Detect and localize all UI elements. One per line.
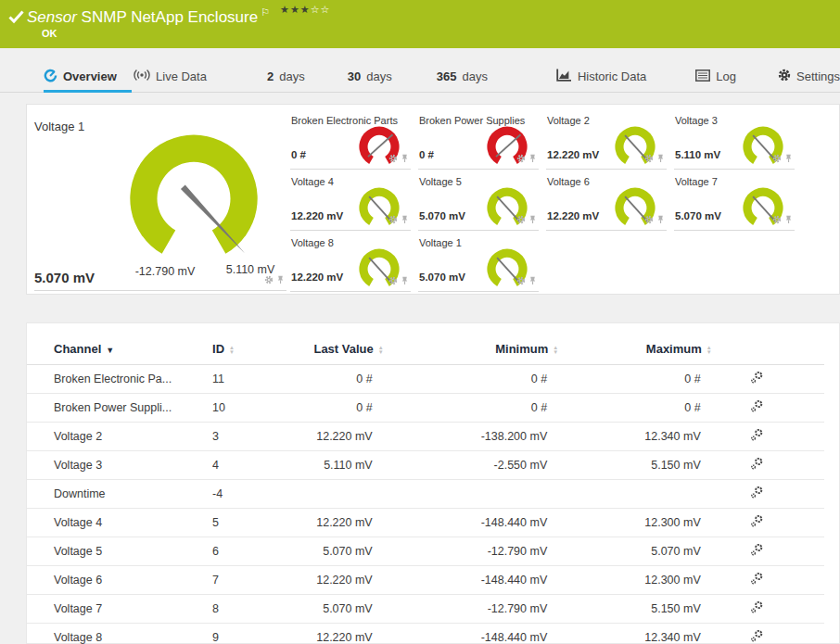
gauge-icon [44, 69, 57, 85]
channels-table: Channel▼ ID▲▼ Last Value▲▼ Minimum▲▼ Max… [27, 336, 824, 644]
tab-historic-data[interactable]: Historic Data [556, 61, 646, 92]
tab-label: days [279, 69, 304, 83]
gear-icon[interactable] [388, 211, 398, 228]
table-row[interactable]: Voltage 3 4 5.110 mV -2.550 mV 5.150 mV [27, 451, 824, 480]
column-header-minimum[interactable]: Minimum▲▼ [389, 336, 565, 365]
pin-icon[interactable] [401, 211, 409, 228]
gauge-tile[interactable]: Voltage 8 12.220 mV [290, 234, 411, 292]
gear-icon[interactable] [644, 211, 654, 228]
table-row[interactable]: Broken Electronic Pa... 11 0 # 0 # 0 # [27, 365, 824, 394]
pin-icon[interactable] [276, 271, 285, 288]
star-empty-icon[interactable]: ☆ [311, 4, 321, 15]
pin-icon[interactable] [656, 150, 665, 167]
gauge-value: 0 # [419, 149, 434, 160]
gauge-tile[interactable]: Voltage 4 12.220 mV [290, 173, 411, 231]
channel-last-value: 5.070 mV [310, 537, 389, 566]
tab-365-days[interactable]: 365 days [437, 61, 488, 92]
gauge-tile[interactable]: Voltage 7 5.070 mV [674, 173, 795, 231]
channel-minimum: -148.440 mV [389, 566, 565, 595]
tab-settings[interactable]: Settings [778, 61, 840, 92]
tab-live-data[interactable]: Live Data [134, 61, 221, 92]
gauge-title: Voltage 2 [547, 115, 590, 126]
channel-minimum: -138.200 mV [389, 423, 565, 451]
gear-icon[interactable] [516, 211, 526, 228]
gauge-value: 12.220 mV [291, 210, 343, 221]
gauge-tile-primary[interactable]: Voltage 1 -12.790 mV 5.110 mV 5.070 mV [34, 112, 286, 291]
channel-settings-icon[interactable] [750, 543, 764, 560]
tab-label: Live Data [156, 69, 207, 83]
gauge-tile[interactable]: Voltage 1 5.070 mV [418, 234, 539, 292]
gear-icon[interactable] [516, 272, 526, 289]
star-filled-icon[interactable]: ★ [290, 4, 300, 15]
gear-icon[interactable] [772, 211, 782, 228]
column-header-id[interactable]: ID▲▼ [212, 336, 310, 365]
table-row[interactable]: Voltage 7 8 5.070 mV -12.790 mV 5.150 mV [27, 595, 824, 624]
tab-log[interactable]: Log [695, 61, 736, 92]
channel-maximum: 0 # [564, 394, 718, 423]
sort-desc-icon: ▼ [106, 346, 114, 355]
column-header-channel[interactable]: Channel▼ [27, 336, 212, 365]
pin-icon[interactable] [784, 211, 793, 228]
channel-settings-icon[interactable] [750, 600, 764, 617]
gear-icon[interactable] [388, 150, 398, 167]
gear-icon[interactable] [644, 150, 654, 167]
pin-icon[interactable] [528, 272, 537, 289]
sensor-header: Sensor SNMP NetApp Enclosure⚐ ★★★☆☆ OK [0, 0, 840, 48]
sensor-title: Sensor SNMP NetApp Enclosure⚐ [27, 6, 270, 27]
channel-last-value: 12.220 mV [310, 423, 389, 451]
pin-icon[interactable] [401, 272, 409, 289]
gauge-title: Voltage 5 [419, 176, 462, 187]
pin-icon[interactable] [656, 211, 665, 228]
table-row[interactable]: Voltage 6 7 12.220 mV -148.440 mV 12.300… [27, 566, 824, 595]
channel-settings-icon[interactable] [750, 572, 764, 588]
gauge-title: Voltage 3 [675, 115, 718, 126]
table-row[interactable]: Voltage 4 5 12.220 mV -148.440 mV 12.300… [27, 509, 824, 537]
channel-settings-icon[interactable] [750, 428, 764, 445]
channel-id: 3 [212, 423, 310, 451]
pin-icon[interactable] [784, 150, 793, 167]
channel-settings-icon[interactable] [750, 371, 764, 387]
gauge-value: 12.220 mV [291, 271, 343, 283]
channel-name: Voltage 2 [27, 423, 212, 451]
flag-icon[interactable]: ⚐ [261, 6, 270, 18]
gauge-tile[interactable]: Voltage 3 5.110 mV [674, 112, 795, 170]
table-row[interactable]: Voltage 5 6 5.070 mV -12.790 mV 5.070 mV [27, 537, 824, 566]
channel-settings-icon[interactable] [750, 399, 764, 416]
gauge-tile[interactable]: Broken Power Supplies 0 # [418, 112, 539, 170]
star-filled-icon[interactable]: ★ [280, 4, 290, 15]
channel-settings-icon[interactable] [750, 629, 764, 644]
pin-icon[interactable] [401, 150, 409, 167]
channel-maximum [564, 480, 718, 509]
table-row[interactable]: Voltage 8 9 12.220 mV -148.440 mV 12.340… [27, 624, 824, 644]
channel-minimum: -148.440 mV [389, 509, 565, 537]
tab-2-days[interactable]: 2 days [267, 61, 305, 92]
priority-stars[interactable]: ★★★☆☆ [280, 4, 330, 16]
star-filled-icon[interactable]: ★ [300, 4, 311, 15]
table-row[interactable]: Voltage 2 3 12.220 mV -138.200 mV 12.340… [27, 423, 824, 451]
table-row[interactable]: Broken Power Suppli... 10 0 # 0 # 0 # [27, 394, 824, 423]
channel-name: Voltage 4 [27, 509, 212, 537]
star-empty-icon[interactable]: ☆ [321, 4, 331, 15]
gear-icon[interactable] [516, 150, 526, 167]
column-header-last-value[interactable]: Last Value▲▼ [310, 336, 389, 365]
channel-minimum [389, 480, 565, 509]
channel-settings-icon[interactable] [750, 486, 764, 502]
pin-icon[interactable] [528, 211, 537, 228]
gauge-tile[interactable]: Broken Electronic Parts 0 # [290, 112, 411, 170]
pin-icon[interactable] [528, 150, 537, 167]
gauge-tile[interactable]: Voltage 6 12.220 mV [546, 173, 667, 231]
gear-icon[interactable] [772, 150, 782, 167]
gauge-tile[interactable]: Voltage 2 12.220 mV [546, 112, 667, 170]
gear-icon[interactable] [388, 272, 398, 289]
channel-settings-icon[interactable] [750, 514, 764, 531]
channel-settings-icon[interactable] [750, 457, 764, 474]
column-header-maximum[interactable]: Maximum▲▼ [564, 336, 718, 365]
table-row[interactable]: Downtime -4 [27, 480, 824, 509]
live-data-icon [134, 69, 150, 84]
channel-name: Voltage 3 [27, 451, 212, 480]
tab-30-days[interactable]: 30 days [348, 61, 392, 92]
channel-maximum: 5.070 mV [564, 537, 718, 566]
tab-overview[interactable]: Overview [44, 61, 132, 92]
gauge-tile[interactable]: Voltage 5 5.070 mV [418, 173, 539, 231]
gear-icon[interactable] [264, 271, 274, 288]
